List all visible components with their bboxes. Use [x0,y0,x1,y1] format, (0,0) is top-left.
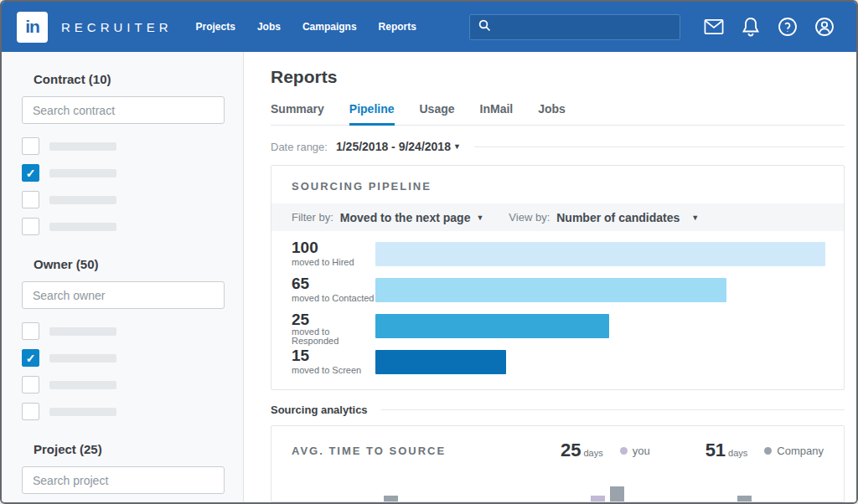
pipeline-row-meta: 25 moved to Responded [292,311,375,339]
page-title: Reports [271,67,845,87]
report-tabs: Summary Pipeline Usage InMail Jobs [271,102,845,126]
company-days-value: 51 [706,440,726,461]
view-by-dropdown[interactable]: Number of candidates [556,211,680,224]
chevron-down-icon[interactable]: ▼ [453,142,461,151]
owner-checkbox-2[interactable] [22,349,39,367]
company-legend-label: Company [777,445,824,457]
chevron-down-icon[interactable]: ▼ [691,213,699,222]
mail-icon[interactable] [704,17,724,37]
avg-chart-bar [610,486,624,502]
you-days-value: 25 [561,440,581,461]
main-content: Reports Summary Pipeline Usage InMail Jo… [244,52,856,502]
filter-section-contract: Contract (10) [22,72,225,235]
pipeline-row-contacted: 65 moved to Contacted [292,278,825,303]
pipeline-bar [375,242,825,266]
pipeline-row-responded: 25 moved to Responded [292,314,825,339]
nav-link-projects[interactable]: Projects [196,21,235,33]
owner-option-label [49,381,116,389]
owner-section-title: Owner (50) [34,257,225,271]
date-range-selector[interactable]: 1/25/2018 - 9/24/2018 [336,140,451,153]
divider [381,409,845,410]
pipeline-value: 25 [292,311,375,327]
owner-option-label [49,327,116,336]
profile-icon[interactable] [814,17,835,37]
pipeline-bar [375,350,506,374]
avg-time-to-source-card: AVG. TIME TO SOURCE 25 days you 51 days [271,425,845,502]
pipeline-filter-bar: Filter by: Moved to the next page ▼ View… [271,203,844,231]
avg-card-header: AVG. TIME TO SOURCE 25 days you 51 days [271,426,844,466]
list-item [22,191,225,208]
contract-checkbox-3[interactable] [22,191,39,208]
global-search-input[interactable] [469,14,680,40]
help-icon[interactable] [778,17,798,37]
pipeline-bar-chart: 100 moved to Hired 65 moved to Contacted [271,231,844,389]
you-dot-icon [620,447,628,455]
avg-chart-bar [384,496,398,502]
contract-checkbox-1[interactable] [22,137,39,155]
logo-text: in [25,17,39,37]
contract-checkbox-2[interactable] [22,164,39,182]
view-by-label: View by: [509,211,550,224]
company-dot-icon [764,447,772,455]
pipeline-value: 15 [292,347,375,363]
project-section-title: Project (25) [34,442,225,456]
list-item [22,164,225,182]
filters-sidebar: Contract (10) [2,52,244,502]
chevron-down-icon[interactable]: ▼ [476,213,483,222]
date-range-label: Date range: [271,141,328,153]
bar-track [375,314,825,338]
pipeline-card-title: SOURCING PIPELINE [292,180,432,193]
bell-icon[interactable] [741,17,761,37]
contract-checkbox-4[interactable] [22,218,39,235]
contract-option-label [49,196,116,204]
filter-by-label: Filter by: [292,211,333,224]
search-owner-input[interactable] [22,281,225,309]
search-contract-input[interactable] [22,96,225,124]
owner-option-label [49,408,116,416]
tab-summary[interactable]: Summary [271,102,324,125]
pipeline-stage-label: moved to Responded [292,327,375,346]
list-item [22,403,225,420]
pipeline-value: 100 [292,239,375,255]
pipeline-stage-label: moved to Screen [292,366,375,375]
filter-section-owner: Owner (50) [22,257,225,420]
owner-option-label [49,354,116,363]
pipeline-bar [375,278,726,302]
search-project-input[interactable] [22,466,225,494]
avg-time-bar-chart [271,475,844,502]
bar-track [375,278,825,302]
owner-checkbox-1[interactable] [22,322,39,340]
list-item [22,137,225,155]
owner-checkbox-3[interactable] [22,376,39,393]
bar-track [375,242,825,266]
you-days-unit: days [583,448,602,458]
pipeline-row-meta: 15 moved to Screen [292,347,375,375]
list-item [22,218,225,235]
pipeline-row-hired: 100 moved to Hired [292,242,825,267]
contract-options-list [22,137,225,235]
owner-checkbox-4[interactable] [22,403,39,420]
pipeline-row-meta: 100 moved to Hired [292,239,375,267]
sourcing-pipeline-card: SOURCING PIPELINE Filter by: Moved to th… [271,165,845,390]
bar-track [375,350,825,374]
linkedin-logo-icon[interactable]: in [17,12,48,43]
list-item [22,349,225,367]
tab-pipeline[interactable]: Pipeline [349,102,395,125]
nav-link-campaigns[interactable]: Campaigns [302,21,357,33]
search-icon [478,18,492,36]
avg-chart-bar [591,496,605,502]
tab-inmail[interactable]: InMail [480,102,514,125]
filter-section-project: Project (25) [22,442,225,494]
nav-link-reports[interactable]: Reports [379,21,416,33]
tab-usage[interactable]: Usage [420,102,455,125]
pipeline-row-screen: 15 moved to Screen [292,350,825,375]
owner-options-list [22,322,225,420]
contract-option-label [49,142,116,151]
pipeline-stage-label: moved to Contacted [292,294,375,303]
tab-jobs[interactable]: Jobs [538,102,566,125]
filter-by-dropdown[interactable]: Moved to the next page [340,211,471,224]
app-window: in RECRUITER Projects Jobs Campaigns Rep… [0,0,858,504]
pipeline-row-meta: 65 moved to Contacted [292,275,375,303]
pipeline-bar [375,314,609,338]
nav-link-jobs[interactable]: Jobs [257,21,281,33]
